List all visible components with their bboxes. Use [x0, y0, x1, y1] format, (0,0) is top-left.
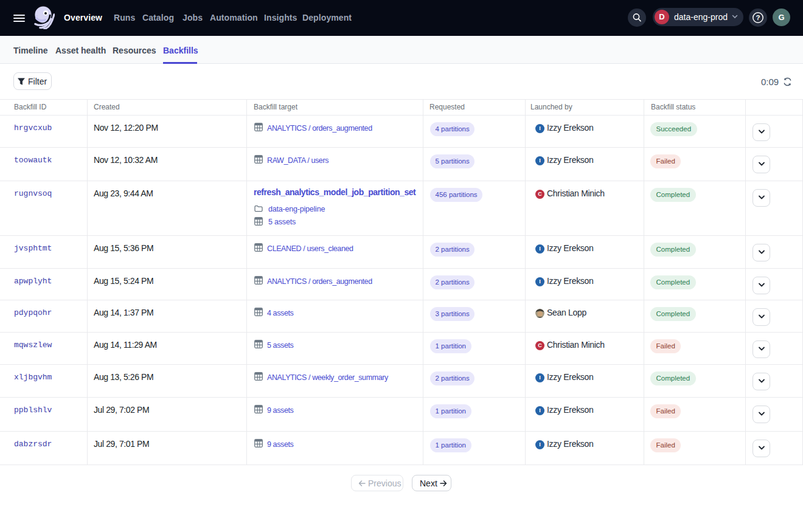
svg-text:?: ?: [756, 14, 760, 21]
